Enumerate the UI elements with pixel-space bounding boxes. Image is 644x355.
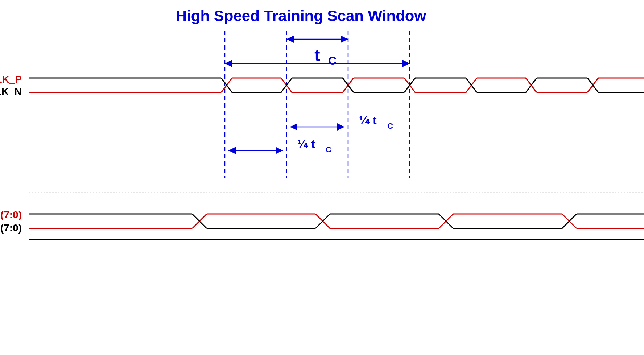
- dclk-p-label: DCLK_P: [0, 74, 22, 85]
- svg-marker-18: [228, 147, 236, 154]
- dp-label: D_P(7:0): [0, 209, 22, 220]
- svg-marker-10: [286, 36, 294, 43]
- diagram-title: High Speed Training Scan Window: [176, 7, 426, 24]
- svg-marker-14: [337, 123, 344, 131]
- svg-marker-5: [225, 60, 232, 67]
- dn-label: D_N(7:0): [0, 222, 22, 234]
- svg-text:C: C: [328, 54, 337, 67]
- svg-text:¹⁄₄ t: ¹⁄₄ t: [359, 114, 377, 127]
- svg-marker-13: [290, 123, 297, 131]
- svg-text:¹⁄₄ t: ¹⁄₄ t: [297, 137, 315, 150]
- diagram-container: High Speed Training Scan Window t C: [0, 0, 644, 355]
- svg-text:C: C: [387, 121, 393, 131]
- svg-text:t: t: [314, 46, 320, 65]
- svg-text:C: C: [326, 145, 331, 154]
- svg-marker-11: [341, 36, 348, 43]
- svg-marker-6: [402, 60, 410, 67]
- svg-marker-19: [276, 147, 283, 154]
- dclk-n-label: DCLK_N: [0, 86, 22, 97]
